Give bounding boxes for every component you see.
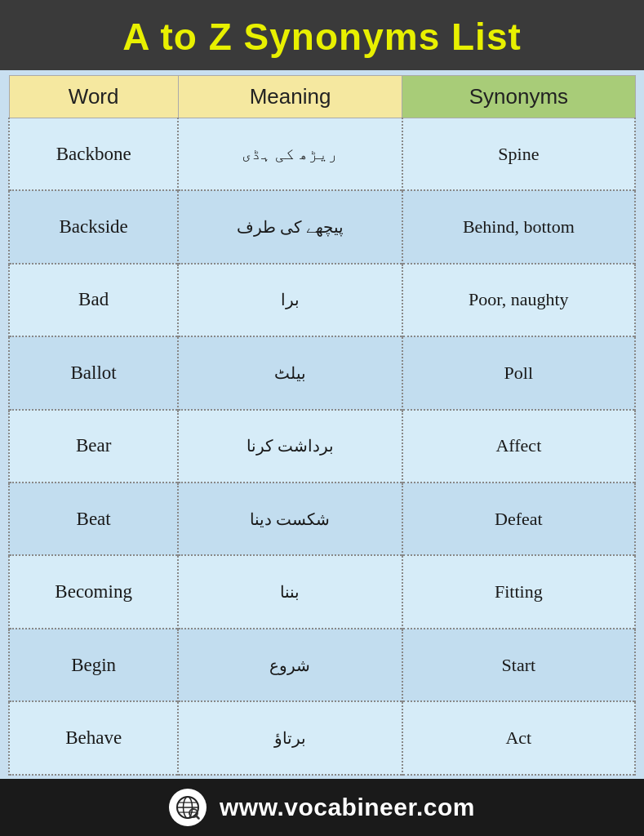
cell-word: Backbone <box>9 118 178 191</box>
cell-meaning: برا <box>178 264 402 336</box>
cell-word: Bad <box>9 264 178 336</box>
svg-line-6 <box>197 816 199 819</box>
column-header-word: Word <box>9 76 178 118</box>
cell-meaning: ریڑھ کی ہڈی <box>178 118 402 191</box>
table-row: Beatشکست دیناDefeat <box>9 482 635 555</box>
cell-word: Ballot <box>9 336 178 409</box>
cell-word: Behave <box>9 701 178 775</box>
cell-meaning: پیچھے کی طرف <box>178 190 402 263</box>
table-wrapper: Word Meaning Synonyms Backboneریڑھ کی ہڈ… <box>0 70 644 779</box>
cell-word: Begin <box>9 629 178 701</box>
cell-meaning: بیلٹ <box>178 336 402 409</box>
table-row: BeginشروعStart <box>9 629 635 701</box>
table-row: Bearبرداشت کرناAffect <box>9 410 635 482</box>
table-row: Backboneریڑھ کی ہڈیSpine <box>9 118 635 191</box>
www-globe-icon <box>169 789 207 826</box>
cell-meaning: شروع <box>178 629 402 701</box>
cell-word: Beat <box>9 482 178 555</box>
footer-url: www.vocabineer.com <box>220 794 475 821</box>
cell-synonyms: Start <box>402 629 635 701</box>
table-header-row: Word Meaning Synonyms <box>9 76 635 118</box>
column-header-synonyms: Synonyms <box>402 76 635 118</box>
globe-svg <box>175 795 200 820</box>
cell-synonyms: Defeat <box>402 482 635 555</box>
cell-meaning: برداشت کرنا <box>178 410 402 482</box>
cell-synonyms: Fitting <box>402 555 635 628</box>
page-title: A to Z Synonyms List <box>8 15 636 59</box>
cell-synonyms: Affect <box>402 410 635 482</box>
footer-bar: www.vocabineer.com <box>0 779 644 836</box>
table-row: BallotبیلٹPoll <box>9 336 635 409</box>
cell-synonyms: Spine <box>402 118 635 191</box>
cell-word: Becoming <box>9 555 178 628</box>
cell-meaning: شکست دینا <box>178 482 402 555</box>
cell-synonyms: Poor, naughty <box>402 264 635 336</box>
cell-meaning: بننا <box>178 555 402 628</box>
cell-word: Backside <box>9 190 178 263</box>
cell-word: Bear <box>9 410 178 482</box>
table-row: Backsideپیچھے کی طرفBehind, bottom <box>9 190 635 263</box>
column-header-meaning: Meaning <box>178 76 402 118</box>
cell-synonyms: Behind, bottom <box>402 190 635 263</box>
title-bar: A to Z Synonyms List <box>0 0 644 70</box>
synonyms-table: Word Meaning Synonyms Backboneریڑھ کی ہڈ… <box>8 75 636 776</box>
cell-synonyms: Act <box>402 701 635 775</box>
table-row: BehaveبرتاؤAct <box>9 701 635 775</box>
cell-synonyms: Poll <box>402 336 635 409</box>
cell-meaning: برتاؤ <box>178 701 402 775</box>
table-row: BecomingبنناFitting <box>9 555 635 628</box>
table-row: BadبراPoor, naughty <box>9 264 635 336</box>
